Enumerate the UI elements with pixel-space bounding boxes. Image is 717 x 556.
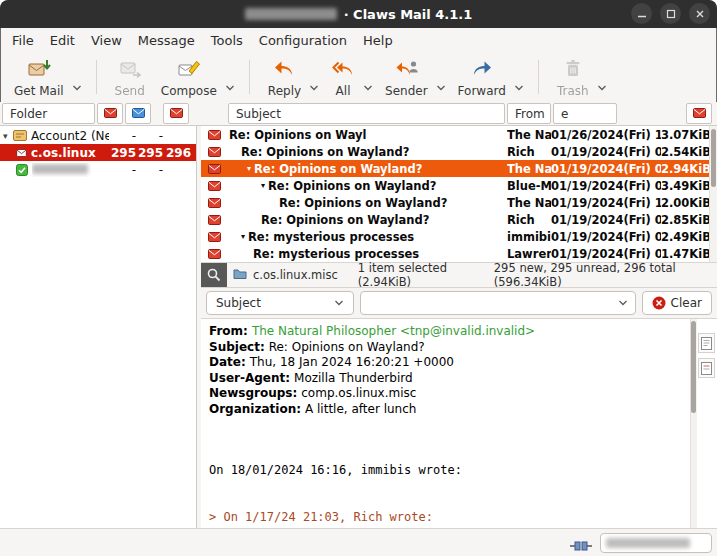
thread-expander-icon[interactable]: ▾ bbox=[247, 164, 251, 173]
unread-mail-icon bbox=[132, 107, 145, 121]
status-bar bbox=[0, 528, 717, 556]
reply-button[interactable]: Reply bbox=[260, 55, 309, 100]
message-row[interactable]: Re: Opinions on Wayl The Nat 01/26/2024(… bbox=[201, 126, 717, 143]
forward-icon bbox=[470, 57, 494, 83]
statusbar-entry[interactable] bbox=[600, 533, 712, 553]
search-criteria-select[interactable]: Subject bbox=[206, 291, 354, 315]
menu-configuration[interactable]: Configuration bbox=[251, 30, 355, 51]
search-input[interactable] bbox=[368, 296, 618, 310]
header-value: A little, after lunch bbox=[305, 402, 416, 416]
message-view[interactable]: From:The Natural Philosopher <tnp@invali… bbox=[201, 319, 717, 528]
reply-all-button[interactable]: All bbox=[323, 55, 363, 100]
date-filter-value: e bbox=[561, 107, 568, 121]
thread-expander-icon[interactable]: ▾ bbox=[261, 181, 265, 190]
folder-row-cos-linux[interactable]: c.os.linux 295 295 296 bbox=[0, 144, 196, 161]
new-count: - bbox=[109, 129, 136, 143]
menu-view[interactable]: View bbox=[83, 30, 130, 51]
reply-icon bbox=[272, 57, 296, 83]
message-row[interactable]: Re: Opinions on Wayland? Rich 01/19/2024… bbox=[201, 143, 717, 160]
forward-button[interactable]: Forward bbox=[450, 55, 514, 100]
titlebar[interactable]: · Claws Mail 4.1.1 bbox=[0, 0, 717, 28]
message-row[interactable]: ▾Re: Opinions on Wayland? Blue-Ma 01/19/… bbox=[201, 177, 717, 194]
total-column-header[interactable] bbox=[163, 103, 189, 124]
reply-sender-button[interactable]: Sender bbox=[377, 55, 436, 100]
message-list-scrollbar[interactable] bbox=[709, 126, 717, 262]
new-column-header[interactable] bbox=[97, 103, 123, 124]
menu-message[interactable]: Message bbox=[130, 30, 203, 51]
unread-envelope-icon bbox=[201, 181, 227, 191]
compose-button[interactable]: Compose bbox=[153, 55, 225, 100]
forward-label: Forward bbox=[458, 84, 506, 98]
message-row[interactable]: Re: Opinions on Wayland? The Nat 01/19/2… bbox=[201, 194, 717, 211]
subject-column-header[interactable]: Subject bbox=[228, 103, 505, 124]
date-filter-input[interactable]: e bbox=[553, 103, 617, 124]
message-date: 01/19/2024(Fri) 0 bbox=[551, 247, 661, 261]
menu-file[interactable]: File bbox=[4, 30, 42, 51]
unread-column-header[interactable] bbox=[125, 103, 151, 124]
scrollbar-thumb[interactable] bbox=[691, 321, 696, 413]
mime-part-icon[interactable] bbox=[698, 358, 715, 378]
folder-totals: 295 new, 295 unread, 296 total (596.34Ki… bbox=[494, 261, 709, 289]
message-view-scrollbar[interactable] bbox=[690, 319, 697, 528]
reply-dropdown-icon[interactable] bbox=[309, 76, 319, 95]
mime-text-part-icon[interactable] bbox=[698, 333, 715, 353]
clear-label: Clear bbox=[671, 296, 702, 310]
forward-dropdown-icon[interactable] bbox=[514, 76, 524, 95]
message-from: Rich bbox=[507, 213, 551, 227]
quick-search-toggle[interactable] bbox=[201, 263, 227, 288]
menu-edit[interactable]: Edit bbox=[42, 30, 83, 51]
get-mail-button[interactable]: Get Mail bbox=[6, 55, 72, 100]
mime-panel bbox=[697, 333, 716, 378]
history-dropdown-icon[interactable] bbox=[618, 300, 628, 306]
clear-icon bbox=[652, 296, 666, 310]
expander-icon[interactable]: ▾ bbox=[3, 131, 13, 141]
send-button[interactable]: Send bbox=[107, 55, 153, 100]
message-list: Re: Opinions on Wayl The Nat 01/26/2024(… bbox=[201, 126, 717, 262]
message-from: immibis bbox=[507, 230, 551, 244]
message-row[interactable]: Re: mysterious processes Lawrenc 01/19/2… bbox=[201, 245, 717, 262]
reply-all-dropdown-icon[interactable] bbox=[363, 76, 373, 95]
summary-status-bar: c.os.linux.misc 1 item selected (2.94KiB… bbox=[201, 262, 717, 287]
folder-name: Account2 (Ne bbox=[31, 129, 109, 143]
unread-envelope-icon bbox=[201, 198, 227, 208]
message-row[interactable]: ▾Re: mysterious processes immibis 01/19/… bbox=[201, 228, 717, 245]
thread-expander-icon[interactable]: ▾ bbox=[241, 232, 245, 241]
header-value: The Natural Philosopher <tnp@invalid.inv… bbox=[252, 324, 535, 338]
compose-dropdown-icon[interactable] bbox=[225, 76, 235, 95]
folder-column-header[interactable]: Folder bbox=[2, 103, 95, 124]
reply-sender-dropdown-icon[interactable] bbox=[436, 76, 446, 95]
clear-button[interactable]: Clear bbox=[642, 291, 712, 315]
body-line: On 18/01/2024 16:16, immibis wrote: bbox=[209, 463, 691, 479]
trash-dropdown-icon[interactable] bbox=[597, 76, 607, 95]
message-subject: Re: Opinions on Wayland? bbox=[268, 179, 436, 193]
trash-button[interactable]: Trash bbox=[549, 55, 597, 100]
folder-column-label: Folder bbox=[10, 107, 47, 121]
current-folder-label: c.os.linux.misc bbox=[253, 268, 338, 282]
folder-row-account[interactable]: ▾ Account2 (Ne - - bbox=[0, 127, 196, 144]
body-line: > On 1/17/24 21:03, Rich wrote: bbox=[209, 510, 691, 526]
message-from: Lawrenc bbox=[507, 247, 551, 261]
main-area: ▾ Account2 (Ne - - c.os.linux 295 295 29… bbox=[0, 126, 717, 528]
toolbar: Get Mail Send Compose Reply All Sender bbox=[0, 52, 717, 102]
folder-row-redacted[interactable]: - - bbox=[0, 161, 196, 178]
message-date: 01/26/2024(Fri) 1 bbox=[551, 128, 661, 142]
header-label: Date: bbox=[209, 355, 246, 369]
envelope-icon bbox=[693, 107, 706, 121]
message-row-selected[interactable]: ▾Re: Opinions on Wayland? The Natu 01/19… bbox=[201, 160, 717, 177]
message-subject: Re: mysterious processes bbox=[253, 247, 419, 261]
network-status-icon[interactable] bbox=[570, 537, 592, 556]
mark-column-header[interactable] bbox=[686, 103, 712, 124]
maximize-button[interactable] bbox=[660, 3, 681, 24]
send-icon bbox=[118, 57, 142, 83]
trash-label: Trash bbox=[557, 84, 589, 98]
minimize-button[interactable] bbox=[631, 3, 652, 24]
from-column-header[interactable]: From bbox=[507, 103, 551, 124]
menu-help[interactable]: Help bbox=[355, 30, 401, 51]
message-row[interactable]: Re: Opinions on Wayland? Rich 01/19/2024… bbox=[201, 211, 717, 228]
search-entry[interactable] bbox=[360, 291, 636, 315]
scrollbar-thumb[interactable] bbox=[711, 129, 716, 187]
header-value: comp.os.linux.misc bbox=[301, 386, 416, 400]
menu-tools[interactable]: Tools bbox=[203, 30, 251, 51]
get-mail-dropdown-icon[interactable] bbox=[72, 76, 82, 95]
close-button[interactable] bbox=[689, 3, 710, 24]
